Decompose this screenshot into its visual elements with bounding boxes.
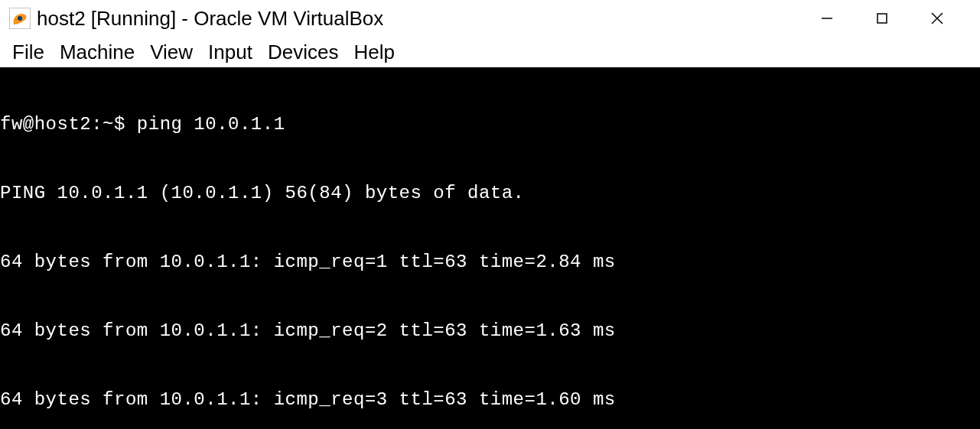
terminal-line: fw@host2:~$ ping 10.0.1.1: [0, 113, 980, 136]
window-title: host2 [Running] - Oracle VM VirtualBox: [37, 7, 383, 31]
terminal-line: 64 bytes from 10.0.1.1: icmp_req=1 ttl=6…: [0, 251, 980, 274]
terminal[interactable]: fw@host2:~$ ping 10.0.1.1 PING 10.0.1.1 …: [0, 67, 980, 429]
svg-point-1: [18, 16, 22, 21]
menu-view[interactable]: View: [144, 39, 199, 66]
menu-file[interactable]: File: [6, 39, 50, 66]
menu-machine[interactable]: Machine: [54, 39, 141, 66]
terminal-line: 64 bytes from 10.0.1.1: icmp_req=3 ttl=6…: [0, 388, 980, 411]
svg-rect-3: [877, 14, 887, 23]
close-button[interactable]: [910, 0, 965, 37]
menu-help[interactable]: Help: [347, 39, 400, 66]
menubar: File Machine View Input Devices Help: [0, 37, 980, 67]
menu-input[interactable]: Input: [202, 39, 259, 66]
terminal-line: 64 bytes from 10.0.1.1: icmp_req=2 ttl=6…: [0, 320, 980, 343]
terminal-line: PING 10.0.1.1 (10.0.1.1) 56(84) bytes of…: [0, 182, 980, 205]
window-controls: [799, 0, 980, 37]
virtualbox-icon: [9, 8, 31, 29]
minimize-button[interactable]: [799, 0, 855, 37]
menu-devices[interactable]: Devices: [262, 39, 344, 66]
titlebar: host2 [Running] - Oracle VM VirtualBox: [0, 0, 980, 37]
maximize-button[interactable]: [855, 0, 910, 37]
